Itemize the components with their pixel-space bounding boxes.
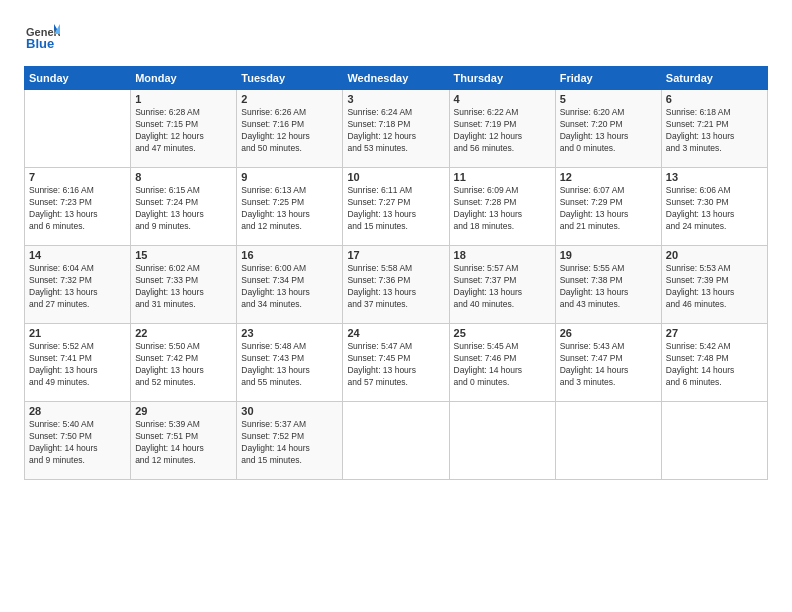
- day-number: 9: [241, 171, 338, 183]
- day-cell: [555, 402, 661, 480]
- day-cell: 1Sunrise: 6:28 AM Sunset: 7:15 PM Daylig…: [131, 90, 237, 168]
- day-number: 15: [135, 249, 232, 261]
- header-row: SundayMondayTuesdayWednesdayThursdayFrid…: [25, 67, 768, 90]
- day-number: 16: [241, 249, 338, 261]
- day-cell: 4Sunrise: 6:22 AM Sunset: 7:19 PM Daylig…: [449, 90, 555, 168]
- day-cell: 28Sunrise: 5:40 AM Sunset: 7:50 PM Dayli…: [25, 402, 131, 480]
- day-cell: [343, 402, 449, 480]
- day-number: 30: [241, 405, 338, 417]
- day-cell: 5Sunrise: 6:20 AM Sunset: 7:20 PM Daylig…: [555, 90, 661, 168]
- day-number: 28: [29, 405, 126, 417]
- logo: General Blue: [24, 20, 60, 56]
- day-number: 11: [454, 171, 551, 183]
- col-header-thursday: Thursday: [449, 67, 555, 90]
- day-cell: 2Sunrise: 6:26 AM Sunset: 7:16 PM Daylig…: [237, 90, 343, 168]
- day-number: 26: [560, 327, 657, 339]
- day-info: Sunrise: 5:53 AM Sunset: 7:39 PM Dayligh…: [666, 263, 763, 311]
- day-cell: 3Sunrise: 6:24 AM Sunset: 7:18 PM Daylig…: [343, 90, 449, 168]
- day-cell: 24Sunrise: 5:47 AM Sunset: 7:45 PM Dayli…: [343, 324, 449, 402]
- day-number: 17: [347, 249, 444, 261]
- day-cell: 6Sunrise: 6:18 AM Sunset: 7:21 PM Daylig…: [661, 90, 767, 168]
- day-info: Sunrise: 6:06 AM Sunset: 7:30 PM Dayligh…: [666, 185, 763, 233]
- day-cell: 15Sunrise: 6:02 AM Sunset: 7:33 PM Dayli…: [131, 246, 237, 324]
- day-number: 20: [666, 249, 763, 261]
- day-cell: 22Sunrise: 5:50 AM Sunset: 7:42 PM Dayli…: [131, 324, 237, 402]
- day-info: Sunrise: 6:13 AM Sunset: 7:25 PM Dayligh…: [241, 185, 338, 233]
- day-info: Sunrise: 5:57 AM Sunset: 7:37 PM Dayligh…: [454, 263, 551, 311]
- col-header-friday: Friday: [555, 67, 661, 90]
- day-info: Sunrise: 6:07 AM Sunset: 7:29 PM Dayligh…: [560, 185, 657, 233]
- day-cell: 29Sunrise: 5:39 AM Sunset: 7:51 PM Dayli…: [131, 402, 237, 480]
- day-info: Sunrise: 6:11 AM Sunset: 7:27 PM Dayligh…: [347, 185, 444, 233]
- day-number: 4: [454, 93, 551, 105]
- day-info: Sunrise: 5:40 AM Sunset: 7:50 PM Dayligh…: [29, 419, 126, 467]
- day-info: Sunrise: 5:42 AM Sunset: 7:48 PM Dayligh…: [666, 341, 763, 389]
- day-info: Sunrise: 6:15 AM Sunset: 7:24 PM Dayligh…: [135, 185, 232, 233]
- day-cell: 7Sunrise: 6:16 AM Sunset: 7:23 PM Daylig…: [25, 168, 131, 246]
- day-info: Sunrise: 5:55 AM Sunset: 7:38 PM Dayligh…: [560, 263, 657, 311]
- day-number: 18: [454, 249, 551, 261]
- day-number: 3: [347, 93, 444, 105]
- day-number: 10: [347, 171, 444, 183]
- day-cell: 30Sunrise: 5:37 AM Sunset: 7:52 PM Dayli…: [237, 402, 343, 480]
- day-info: Sunrise: 5:47 AM Sunset: 7:45 PM Dayligh…: [347, 341, 444, 389]
- col-header-sunday: Sunday: [25, 67, 131, 90]
- day-number: 25: [454, 327, 551, 339]
- page: General Blue SundayMondayTuesdayWednesda…: [0, 0, 792, 612]
- day-number: 21: [29, 327, 126, 339]
- day-number: 19: [560, 249, 657, 261]
- day-number: 14: [29, 249, 126, 261]
- day-info: Sunrise: 6:02 AM Sunset: 7:33 PM Dayligh…: [135, 263, 232, 311]
- day-cell: 17Sunrise: 5:58 AM Sunset: 7:36 PM Dayli…: [343, 246, 449, 324]
- col-header-saturday: Saturday: [661, 67, 767, 90]
- day-info: Sunrise: 5:43 AM Sunset: 7:47 PM Dayligh…: [560, 341, 657, 389]
- day-number: 7: [29, 171, 126, 183]
- day-cell: 18Sunrise: 5:57 AM Sunset: 7:37 PM Dayli…: [449, 246, 555, 324]
- day-cell: 27Sunrise: 5:42 AM Sunset: 7:48 PM Dayli…: [661, 324, 767, 402]
- day-cell: [25, 90, 131, 168]
- day-info: Sunrise: 6:26 AM Sunset: 7:16 PM Dayligh…: [241, 107, 338, 155]
- week-row-2: 7Sunrise: 6:16 AM Sunset: 7:23 PM Daylig…: [25, 168, 768, 246]
- logo-icon: General Blue: [24, 20, 60, 56]
- day-cell: 13Sunrise: 6:06 AM Sunset: 7:30 PM Dayli…: [661, 168, 767, 246]
- calendar-table: SundayMondayTuesdayWednesdayThursdayFrid…: [24, 66, 768, 480]
- week-row-1: 1Sunrise: 6:28 AM Sunset: 7:15 PM Daylig…: [25, 90, 768, 168]
- day-cell: 16Sunrise: 6:00 AM Sunset: 7:34 PM Dayli…: [237, 246, 343, 324]
- day-info: Sunrise: 5:50 AM Sunset: 7:42 PM Dayligh…: [135, 341, 232, 389]
- week-row-4: 21Sunrise: 5:52 AM Sunset: 7:41 PM Dayli…: [25, 324, 768, 402]
- day-info: Sunrise: 6:24 AM Sunset: 7:18 PM Dayligh…: [347, 107, 444, 155]
- col-header-monday: Monday: [131, 67, 237, 90]
- day-number: 2: [241, 93, 338, 105]
- col-header-tuesday: Tuesday: [237, 67, 343, 90]
- svg-text:Blue: Blue: [26, 36, 54, 51]
- day-cell: 21Sunrise: 5:52 AM Sunset: 7:41 PM Dayli…: [25, 324, 131, 402]
- day-number: 29: [135, 405, 232, 417]
- day-number: 27: [666, 327, 763, 339]
- day-number: 12: [560, 171, 657, 183]
- day-cell: 8Sunrise: 6:15 AM Sunset: 7:24 PM Daylig…: [131, 168, 237, 246]
- day-number: 24: [347, 327, 444, 339]
- day-info: Sunrise: 6:20 AM Sunset: 7:20 PM Dayligh…: [560, 107, 657, 155]
- day-info: Sunrise: 5:45 AM Sunset: 7:46 PM Dayligh…: [454, 341, 551, 389]
- day-info: Sunrise: 6:04 AM Sunset: 7:32 PM Dayligh…: [29, 263, 126, 311]
- day-info: Sunrise: 5:48 AM Sunset: 7:43 PM Dayligh…: [241, 341, 338, 389]
- day-number: 6: [666, 93, 763, 105]
- week-row-5: 28Sunrise: 5:40 AM Sunset: 7:50 PM Dayli…: [25, 402, 768, 480]
- day-number: 5: [560, 93, 657, 105]
- day-cell: [449, 402, 555, 480]
- day-cell: 14Sunrise: 6:04 AM Sunset: 7:32 PM Dayli…: [25, 246, 131, 324]
- day-cell: 26Sunrise: 5:43 AM Sunset: 7:47 PM Dayli…: [555, 324, 661, 402]
- day-cell: 12Sunrise: 6:07 AM Sunset: 7:29 PM Dayli…: [555, 168, 661, 246]
- week-row-3: 14Sunrise: 6:04 AM Sunset: 7:32 PM Dayli…: [25, 246, 768, 324]
- day-info: Sunrise: 6:28 AM Sunset: 7:15 PM Dayligh…: [135, 107, 232, 155]
- day-info: Sunrise: 6:00 AM Sunset: 7:34 PM Dayligh…: [241, 263, 338, 311]
- day-info: Sunrise: 5:52 AM Sunset: 7:41 PM Dayligh…: [29, 341, 126, 389]
- col-header-wednesday: Wednesday: [343, 67, 449, 90]
- day-number: 13: [666, 171, 763, 183]
- day-cell: 25Sunrise: 5:45 AM Sunset: 7:46 PM Dayli…: [449, 324, 555, 402]
- day-number: 8: [135, 171, 232, 183]
- day-info: Sunrise: 5:39 AM Sunset: 7:51 PM Dayligh…: [135, 419, 232, 467]
- day-cell: 19Sunrise: 5:55 AM Sunset: 7:38 PM Dayli…: [555, 246, 661, 324]
- day-info: Sunrise: 6:16 AM Sunset: 7:23 PM Dayligh…: [29, 185, 126, 233]
- day-cell: 20Sunrise: 5:53 AM Sunset: 7:39 PM Dayli…: [661, 246, 767, 324]
